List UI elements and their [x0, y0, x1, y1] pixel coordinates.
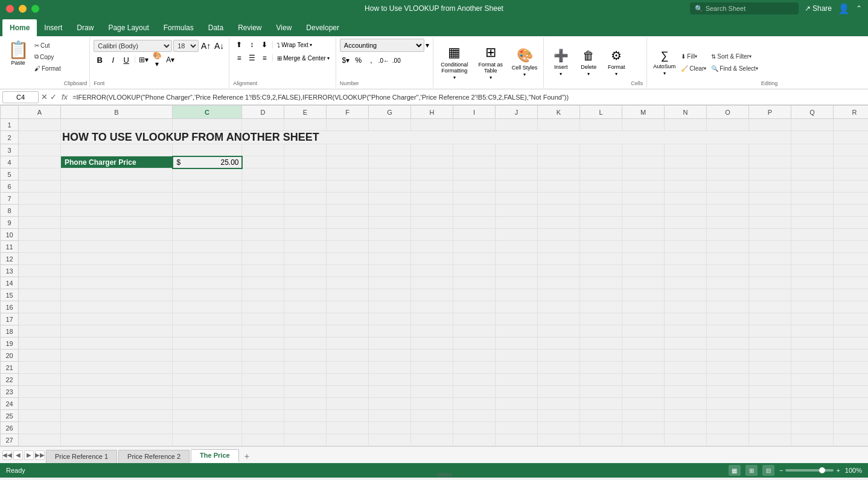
increase-font-button[interactable]: A↑: [200, 40, 212, 52]
cell-H4[interactable]: [411, 156, 453, 168]
cell-G8[interactable]: [369, 205, 411, 217]
cell-K14[interactable]: [538, 277, 580, 289]
find-select-button[interactable]: 🔍 Find & Select ▾: [709, 63, 759, 74]
cell-I5[interactable]: [453, 168, 496, 181]
cell-O17[interactable]: [707, 313, 749, 325]
scroll-left-tab[interactable]: ◀◀: [2, 450, 12, 460]
wrap-text-button[interactable]: ⤵ Wrap Text ▾: [275, 39, 314, 51]
align-bottom-button[interactable]: ⬇: [258, 39, 270, 51]
cell-N14[interactable]: [665, 277, 707, 289]
cell-R26[interactable]: [834, 422, 869, 434]
cell-M15[interactable]: [622, 289, 665, 301]
cell-L17[interactable]: [580, 313, 622, 325]
cell-I14[interactable]: [453, 277, 496, 289]
tab-insert[interactable]: Insert: [37, 19, 69, 36]
cell-O16[interactable]: [707, 301, 749, 313]
cell-A5[interactable]: [19, 168, 61, 181]
cell-E14[interactable]: [284, 277, 327, 289]
cell-J3[interactable]: [496, 144, 538, 156]
cell-J12[interactable]: [496, 253, 538, 265]
cell-J15[interactable]: [496, 289, 538, 301]
cell-K1[interactable]: [538, 119, 580, 131]
cell-R10[interactable]: [834, 229, 869, 241]
cell-G5[interactable]: [369, 168, 411, 181]
cell-P24[interactable]: [749, 398, 791, 410]
cell-A3[interactable]: [19, 144, 61, 156]
cell-D4[interactable]: [242, 156, 284, 168]
cell-E5[interactable]: [284, 168, 327, 181]
cell-E3[interactable]: [284, 144, 327, 156]
cell-I15[interactable]: [453, 289, 496, 301]
zoom-in-icon[interactable]: +: [836, 467, 840, 474]
align-middle-button[interactable]: ↕: [246, 39, 258, 51]
cell-B12[interactable]: [61, 253, 173, 265]
cell-Q18[interactable]: [791, 325, 834, 338]
cell-M22[interactable]: [622, 374, 665, 386]
cell-E20[interactable]: [284, 350, 327, 362]
cell-L9[interactable]: [580, 217, 622, 229]
cell-O10[interactable]: [707, 229, 749, 241]
zoom-thumb[interactable]: [819, 467, 825, 473]
cell-A10[interactable]: [19, 229, 61, 241]
cell-M20[interactable]: [622, 350, 665, 362]
cell-H1[interactable]: [411, 119, 453, 131]
zoom-out-icon[interactable]: −: [779, 467, 783, 474]
cell-K27[interactable]: [538, 434, 580, 446]
cell-I23[interactable]: [453, 386, 496, 398]
cell-F25[interactable]: [327, 410, 369, 422]
cell-F23[interactable]: [327, 386, 369, 398]
cell-F21[interactable]: [327, 362, 369, 374]
cell-B20[interactable]: [61, 350, 173, 362]
cell-G27[interactable]: [369, 434, 411, 446]
cell-M13[interactable]: [622, 265, 665, 277]
minimize-button[interactable]: [19, 5, 27, 13]
tab-review[interactable]: Review: [231, 19, 269, 36]
cell-M8[interactable]: [622, 205, 665, 217]
cell-N3[interactable]: [665, 144, 707, 156]
zoom-slider[interactable]: [785, 469, 834, 472]
cell-B22[interactable]: [61, 374, 173, 386]
cell-G20[interactable]: [369, 350, 411, 362]
cell-K26[interactable]: [538, 422, 580, 434]
cell-Q1[interactable]: [791, 119, 834, 131]
cell-N27[interactable]: [665, 434, 707, 446]
page-layout-view-button[interactable]: ⊞: [745, 465, 758, 476]
tab-data[interactable]: Data: [201, 19, 231, 36]
cell-L26[interactable]: [580, 422, 622, 434]
cell-R7[interactable]: [834, 193, 869, 205]
cell-F13[interactable]: [327, 265, 369, 277]
cell-J16[interactable]: [496, 301, 538, 313]
cell-A16[interactable]: [19, 301, 61, 313]
cell-H26[interactable]: [411, 422, 453, 434]
scroll-prev-tab[interactable]: ◀: [13, 450, 23, 460]
cell-I6[interactable]: [453, 181, 496, 193]
cell-I12[interactable]: [453, 253, 496, 265]
cell-K8[interactable]: [538, 205, 580, 217]
cell-D9[interactable]: [242, 217, 284, 229]
col-header-k[interactable]: K: [538, 106, 580, 119]
cell-H7[interactable]: [411, 193, 453, 205]
cell-M9[interactable]: [622, 217, 665, 229]
cell-D18[interactable]: [242, 325, 284, 338]
cell-H6[interactable]: [411, 181, 453, 193]
cell-E17[interactable]: [284, 313, 327, 325]
add-sheet-button[interactable]: ＋: [240, 450, 254, 463]
cell-A21[interactable]: [19, 362, 61, 374]
cell-K22[interactable]: [538, 374, 580, 386]
cell-M3[interactable]: [622, 144, 665, 156]
font-size-select[interactable]: 18: [173, 40, 199, 52]
cell-L13[interactable]: [580, 265, 622, 277]
cell-C2[interactable]: [791, 131, 834, 144]
cell-J7[interactable]: [496, 193, 538, 205]
col-header-p[interactable]: P: [749, 106, 791, 119]
cell-E18[interactable]: [284, 325, 327, 338]
cell-N9[interactable]: [665, 217, 707, 229]
cell-N4[interactable]: [665, 156, 707, 168]
cell-K13[interactable]: [538, 265, 580, 277]
cell-F12[interactable]: [327, 253, 369, 265]
cell-I20[interactable]: [453, 350, 496, 362]
cell-G14[interactable]: [369, 277, 411, 289]
cell-A27[interactable]: [19, 434, 61, 446]
cell-F7[interactable]: [327, 193, 369, 205]
cell-Q21[interactable]: [791, 362, 834, 374]
